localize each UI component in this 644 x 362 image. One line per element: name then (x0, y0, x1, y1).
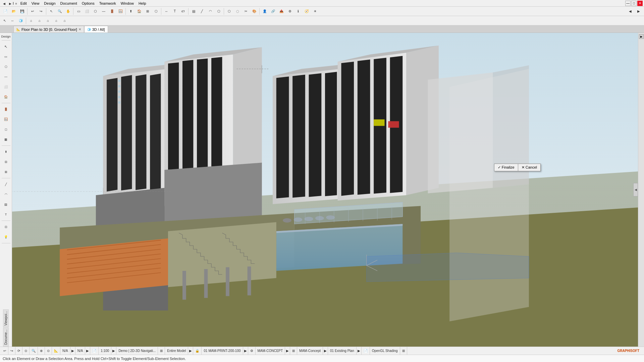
tb-beam[interactable]: — (100, 8, 108, 15)
sb-existing-plan[interactable]: 01 Existing Plan (328, 347, 357, 355)
sb-arrow2[interactable]: ▶ (85, 347, 90, 355)
sb-meas[interactable]: 📐 (52, 347, 60, 355)
tb-roof[interactable]: 🏠 (135, 8, 143, 15)
sb-arrow1[interactable]: ▶ (70, 347, 75, 355)
sb-concept2[interactable]: MAM-Concept (297, 347, 323, 355)
sb-lock[interactable]: 🔒 (193, 347, 202, 355)
tab-close-floorplan[interactable]: ✕ (78, 27, 81, 31)
sb-scale[interactable]: 1:100 (99, 347, 111, 355)
left-tab-document[interactable]: Docume... (3, 328, 9, 347)
menu-help[interactable]: Help (137, 1, 148, 6)
sb-zoom2[interactable]: 🔍 (30, 347, 38, 355)
tb-zoom[interactable]: 🔍 (56, 8, 64, 15)
tool-fill2[interactable]: ▤ (1, 200, 11, 209)
tool-wall[interactable]: ▭ (1, 52, 11, 61)
menu-design[interactable]: Design (42, 1, 57, 6)
tb-teamwork1[interactable]: 👤 (261, 8, 269, 15)
tool-railing[interactable]: ⊟ (1, 157, 11, 167)
sb-shading[interactable]: OpenGL Shading (370, 347, 400, 355)
tool-arc2[interactable]: ◠ (1, 190, 11, 199)
menu-window[interactable]: Window (119, 1, 136, 6)
sb-na1[interactable]: N/A (60, 347, 70, 355)
tab-floorplan[interactable]: 📐 Floor Plan to 3D [0. Ground Floor] ✕ (13, 26, 84, 33)
tb-text[interactable]: T (171, 8, 179, 15)
tb2-b2[interactable]: ⌂ (36, 17, 44, 24)
menu-edit[interactable]: Edit (18, 1, 29, 6)
viewport-collapse-btn[interactable]: ◀ (633, 183, 638, 196)
tb-wall[interactable]: ▭ (74, 8, 83, 15)
tb-line[interactable]: ╱ (198, 8, 206, 15)
sb-shading-icon[interactable]: ⊞ (400, 347, 407, 355)
tb-render[interactable]: 🎨 (250, 8, 258, 15)
tool-column[interactable]: ⬡ (1, 62, 11, 71)
tb-select[interactable]: ↖ (47, 8, 55, 15)
tb-mesh[interactable]: ⊞ (144, 8, 152, 15)
tb2-arrow[interactable]: ↖ (1, 17, 8, 24)
sb-arrow8[interactable]: ▶ (357, 347, 362, 355)
sb-print-code[interactable]: 01 MAM-PRINT-200-100 (202, 347, 243, 355)
viewport-3d[interactable]: ✓ Finalize ✕ Cancel ◀ (12, 33, 638, 347)
tool-beam[interactable]: — (1, 72, 11, 81)
sb-doc[interactable]: 📄 (90, 347, 99, 355)
tool-door[interactable]: 🚪 (1, 105, 11, 114)
tb-settings[interactable]: ⚙ (286, 8, 294, 15)
sb-zoom-fit[interactable]: ⊙ (45, 347, 52, 355)
tool-skylight[interactable]: ◻ (1, 125, 11, 134)
tb-3d-cut[interactable]: ✂ (242, 8, 250, 15)
tb-column[interactable]: ⬡ (91, 8, 99, 15)
tool-object[interactable]: ⊡ (1, 222, 11, 232)
tb-poly[interactable]: ⬠ (215, 8, 223, 15)
sb-redo2[interactable]: ↪ (8, 347, 15, 355)
finalize-button[interactable]: ✓ Finalize (494, 164, 518, 171)
tb-arc[interactable]: ◠ (206, 8, 214, 15)
sb-mam-concept[interactable]: MAM-CONCEPT (256, 347, 285, 355)
tb-pan[interactable]: ✋ (64, 8, 72, 15)
tool-line2[interactable]: ╱ (1, 180, 11, 189)
tool-curtain[interactable]: ▦ (1, 135, 11, 144)
tb2-3d[interactable]: 🧊 (17, 17, 25, 24)
sb-view[interactable]: ⊙ (22, 347, 30, 355)
sb-arrow3[interactable]: ▶ (111, 347, 116, 355)
tb-door[interactable]: 🚪 (108, 8, 116, 15)
right-panel-btn[interactable]: ▶ (639, 34, 644, 39)
tb-sun[interactable]: ☀ (311, 8, 319, 15)
tb-slab[interactable]: ⬜ (83, 8, 91, 15)
menu-options[interactable]: Options (80, 1, 97, 6)
menu-document[interactable]: Document (58, 1, 79, 6)
sb-zoom-in[interactable]: ⊕ (38, 347, 45, 355)
sb-refresh[interactable]: ⟳ (15, 347, 22, 355)
tb2-b1[interactable]: ⌂ (27, 17, 35, 24)
sb-layers[interactable]: ⊞ (290, 347, 297, 355)
tool-slab[interactable]: ⬜ (1, 82, 11, 92)
sb-entire-model[interactable]: Entire Model (165, 347, 188, 355)
tb-compass[interactable]: 🧭 (303, 8, 311, 15)
tb-dimension[interactable]: ↔ (162, 8, 170, 15)
tb-fill[interactable]: ▤ (190, 8, 198, 15)
tb-right1[interactable]: ◀ (626, 8, 634, 15)
tb-info[interactable]: ℹ (294, 8, 302, 15)
tb2-b5[interactable]: ⌂ (61, 17, 69, 24)
sb-arrow5[interactable]: ▶ (243, 347, 248, 355)
tool-lamp[interactable]: 💡 (1, 232, 11, 242)
tool-stair2[interactable]: ⬆ (1, 147, 11, 157)
sb-model-icon[interactable]: ⊞ (158, 347, 165, 355)
sb-undo[interactable]: ↩ (1, 347, 8, 355)
tb-teamwork2[interactable]: 🔗 (269, 8, 277, 15)
cancel-button[interactable]: ✕ Cancel (518, 164, 540, 171)
tool-mesh2[interactable]: ⊞ (1, 167, 11, 177)
tb-zone[interactable]: ⬡ (152, 8, 160, 15)
sb-arrow4[interactable]: ▶ (188, 347, 193, 355)
minimize-button[interactable]: — (625, 1, 631, 6)
sb-arrow7[interactable]: ▶ (323, 347, 328, 355)
tb-3d-nav1[interactable]: ⬡ (225, 8, 233, 15)
tb-publish[interactable]: 📤 (277, 8, 285, 15)
tb-save[interactable]: 💾 (18, 8, 26, 15)
tab-next[interactable]: ▶ (7, 1, 13, 6)
sb-na2[interactable]: N/A (75, 347, 86, 355)
sb-arrow6[interactable]: ▶ (285, 347, 290, 355)
tab-prev[interactable]: ◀ (1, 1, 7, 6)
sb-plan-icon[interactable]: 📄 (362, 347, 370, 355)
tab-list[interactable]: ≡ (13, 1, 19, 6)
tb-window[interactable]: 🪟 (116, 8, 124, 15)
tb-redo[interactable]: ↪ (37, 8, 45, 15)
